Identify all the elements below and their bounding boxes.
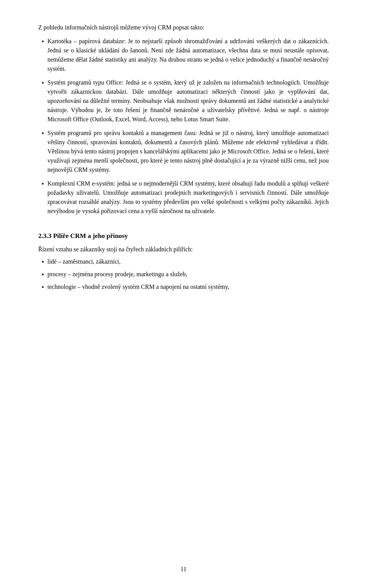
bullet-icon: • (38, 129, 47, 139)
bullet-icon: • (38, 257, 47, 267)
main-content: Z pohledu informačních nástrojů můžeme v… (38, 23, 329, 293)
section-intro: Řízení vztahu se zákazníky stojí na čtyř… (38, 245, 329, 254)
page-number: 11 (180, 566, 186, 573)
list-item: • Kartotéka – papírová databáze: Je to n… (38, 37, 329, 73)
list-item-text: procesy – zejména procesy prodeje, marke… (47, 270, 329, 279)
list-item-text: Systém programů typu Office: Jedná se o … (47, 78, 329, 124)
list-item-text: technologie – vhodně zvolený systém CRM … (47, 282, 329, 292)
list-item-text: Kartotéka – papírová databáze: Je to nej… (47, 37, 329, 73)
bullet-icon: • (38, 282, 47, 293)
list-item: • Systém programů typu Office: Jedná se … (38, 78, 329, 124)
intro-text: Z pohledu informačních nástrojů můžeme v… (38, 23, 329, 32)
bullet-list: • Kartotéka – papírová databáze: Je to n… (38, 37, 329, 216)
section-heading: 2.3.3 Pilíře CRM a jeho přínosy (38, 231, 329, 241)
list-item: • Systém programů pro správu kontaktů a … (38, 129, 329, 174)
bullet-icon: • (38, 270, 47, 280)
list-item: • procesy – zejména procesy prodeje, mar… (38, 270, 329, 280)
bullet-icon: • (38, 179, 47, 189)
list-item: • Komplexní CRM e-systém: jedná se o nej… (38, 179, 329, 216)
list-item-text: Systém programů pro správu kontaktů a ma… (47, 129, 329, 174)
list-item: • lidé – zaměstnanci, zákazníci, (38, 257, 329, 267)
list-item: • technologie – vhodně zvolený systém CR… (38, 282, 329, 293)
pilire-list: • lidé – zaměstnanci, zákazníci, • proce… (38, 257, 329, 293)
bullet-icon: • (38, 78, 47, 88)
page: Z pohledu informačních nástrojů můžeme v… (0, 0, 367, 588)
list-item-text: Komplexní CRM e-systém: jedná se o nejmo… (47, 179, 329, 216)
list-item-text: lidé – zaměstnanci, zákazníci, (47, 257, 329, 266)
bullet-icon: • (38, 37, 47, 47)
